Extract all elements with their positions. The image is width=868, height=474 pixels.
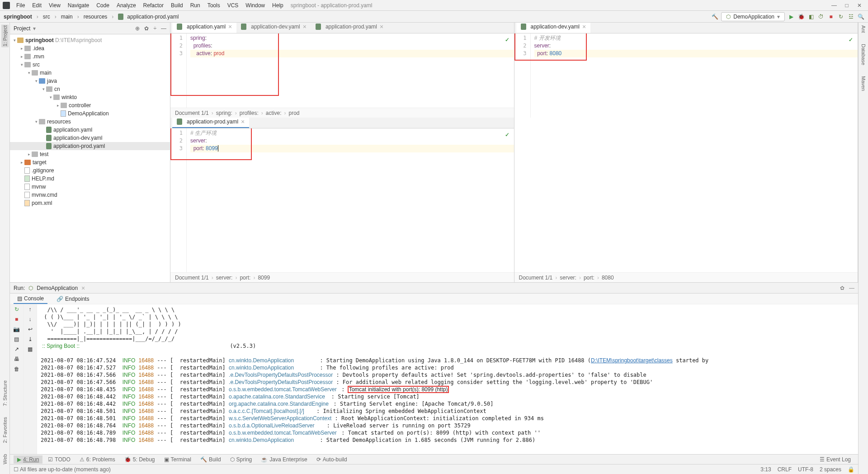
updates-icon[interactable]: ↻ [837,13,844,20]
crumb-src[interactable]: src [43,14,50,20]
rerun-icon[interactable]: ↻ [14,306,19,313]
stop-icon[interactable]: ■ [827,13,835,20]
run-toolbar: ↻ ■ 📷 ▤ ↗ 🖶 🗑 [10,304,24,454]
menu-run[interactable]: Run [187,1,204,9]
tool-structure[interactable]: 7: Structure [1,379,9,407]
indent[interactable]: 2 spaces [820,466,841,473]
stop-icon[interactable]: ■ [15,316,18,322]
layout-icon[interactable]: ▤ [14,336,19,342]
menu-view[interactable]: View [45,1,64,9]
editor-dev-yaml[interactable]: # 开发环境 server: port: 8080 ✓ [531,33,858,118]
crumb-root[interactable]: springboot [4,14,32,20]
maximize-button[interactable]: □ [844,2,850,9]
crumb-resources[interactable]: resources [84,14,108,20]
up-icon[interactable]: ↑ [29,306,32,313]
hide-icon[interactable]: — [161,25,166,32]
coverage-icon[interactable]: ◧ [807,13,815,20]
wrap-icon[interactable]: ↩ [28,326,33,332]
btab-build[interactable]: 🔨 Build [197,455,225,464]
project-tree[interactable]: ▾springboot D:\ITEM\springboot ▸.idea ▸.… [10,34,170,282]
profile-icon[interactable]: ⏱ [817,13,825,20]
crumb-file[interactable]: application-prod.yaml [127,14,179,20]
right-tool-gutter: Ant Database Maven [858,23,868,474]
editor-prod-yaml[interactable]: # 生产环境 server: port: 8099 ✓ [187,128,514,272]
run-config-selector[interactable]: ⬡ DemoApplication ▾ [721,12,785,21]
tool-database[interactable]: Database [860,43,867,66]
close-icon[interactable]: × [380,23,383,30]
run-icon[interactable]: ▶ [788,13,795,20]
menu-code[interactable]: Code [93,1,113,9]
tab-prod-bottom[interactable]: application-prod.yaml× [172,118,249,128]
print-icon[interactable]: 🖶 [14,356,19,362]
menu-navigate[interactable]: Navigate [64,1,93,9]
search-icon[interactable]: 🔍 [857,13,864,20]
encoding[interactable]: UTF-8 [798,466,813,473]
menu-vcs[interactable]: VCS [224,1,242,9]
btab-javaee[interactable]: ☕ Java Enterprise [257,455,311,464]
down-icon[interactable]: ↓ [29,316,32,322]
project-dropdown-icon[interactable]: ▾ [33,25,36,32]
hammer-icon[interactable]: 🔨 [711,13,718,20]
run-tab-name[interactable]: DemoApplication [37,285,78,291]
project-panel-title[interactable]: Project [14,25,30,32]
editor-app-yaml[interactable]: spring: profiles: active: prod ✓ [187,33,514,108]
run-tab-endpoints[interactable]: 🔗Endpoints [53,294,93,303]
close-icon[interactable]: × [81,284,85,292]
console-output[interactable]: /\\ / ___'_ __ _ _(_)_ __ __ _ \ \ \ \ (… [37,304,858,454]
btab-autobuild[interactable]: ⟳ Auto-build [313,455,351,464]
left-tool-gutter: 1: Project 7: Structure 2: Favorites Web [0,23,10,474]
menu-file[interactable]: File [13,1,28,9]
close-button[interactable]: ✕ [856,2,863,9]
btab-spring[interactable]: ⬡ Spring [226,455,256,464]
menu-help[interactable]: Help [269,1,287,9]
bottom-tool-tabs: ▶4: Run ☑ TODO ⚠ 6: Problems 🐞 5: Debug … [10,454,858,464]
trash-icon[interactable]: 🗑 [14,366,19,372]
filter-icon[interactable]: ▦ [28,346,33,352]
gear-icon[interactable]: ✿ [840,285,844,291]
debug-icon[interactable]: 🐞 [797,13,805,20]
collapse-icon[interactable]: ÷ [153,25,156,32]
tab-application-prod-yaml[interactable]: application-prod.yaml× [311,23,388,33]
camera-icon[interactable]: 📷 [13,326,20,332]
btab-problems[interactable]: ⚠ 6: Problems [76,455,119,464]
btab-debug[interactable]: 🐞 5: Debug [121,455,159,464]
menu-tools[interactable]: Tools [204,1,224,9]
btab-run[interactable]: ▶4: Run [14,455,42,464]
menu-analyze[interactable]: Analyze [113,1,140,9]
btab-eventlog[interactable]: ☰ Event Log [816,455,854,464]
app-icon [3,2,10,9]
line-gutter: 123 [514,33,531,118]
structure-icon[interactable]: ☳ [847,13,854,20]
close-icon[interactable]: × [228,23,232,30]
line-separator[interactable]: CRLF [778,466,792,473]
btab-todo[interactable]: ☑ TODO [44,455,74,464]
tab-dev-right[interactable]: application-dev.yaml× [516,23,591,33]
minimize-button[interactable]: — [831,2,837,9]
close-icon[interactable]: × [582,23,586,30]
tool-favorites[interactable]: 2: Favorites [1,416,9,444]
gear-icon[interactable]: ✿ [144,25,149,32]
menu-edit[interactable]: Edit [28,1,45,9]
scroll-icon[interactable]: ⤓ [28,336,33,342]
tool-web[interactable]: Web [1,453,9,465]
tab-application-yaml[interactable]: application.yaml× [172,23,236,33]
chevron-down-icon: ▾ [777,14,780,20]
menu-build[interactable]: Build [167,1,187,9]
hide-icon[interactable]: — [849,285,854,291]
lock-icon[interactable]: 🔒 [848,466,854,473]
tool-maven[interactable]: Maven [860,75,867,92]
tool-project[interactable]: 1: Project [1,24,9,47]
menu-refactor[interactable]: Refactor [140,1,167,9]
tab-application-dev-yaml[interactable]: application-dev.yaml× [236,23,311,33]
close-icon[interactable]: × [303,23,307,30]
tool-ant[interactable]: Ant [860,24,867,34]
btab-terminal[interactable]: ▣ Terminal [160,455,195,464]
crumb-main[interactable]: main [61,14,73,20]
tree-app-prod: application-prod.yaml [10,142,170,150]
export-icon[interactable]: ↗ [14,346,19,352]
run-tab-console[interactable]: ▤Console [14,294,47,304]
menu-window[interactable]: Window [242,1,269,9]
caret-position[interactable]: 3:13 [760,466,771,473]
select-opened-icon[interactable]: ⊕ [135,25,140,32]
close-icon[interactable]: × [241,118,245,125]
